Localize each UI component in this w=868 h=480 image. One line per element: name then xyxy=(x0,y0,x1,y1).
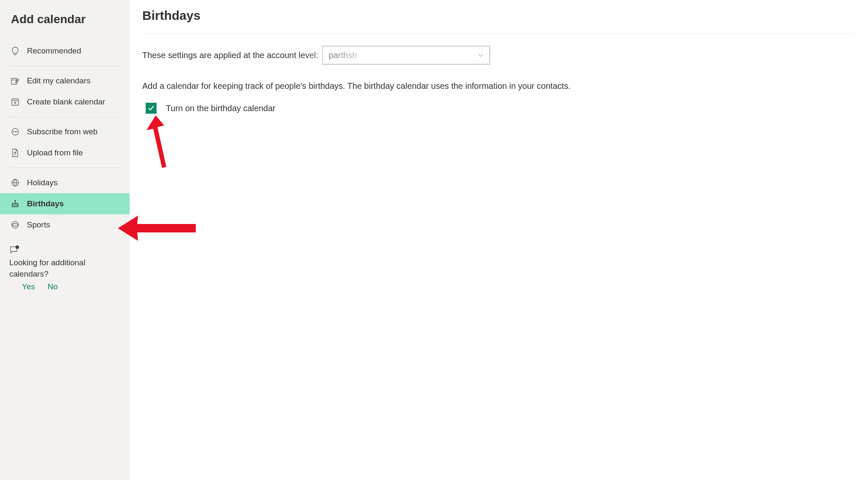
sidebar-item-label: Subscribe from web xyxy=(27,127,98,136)
sidebar-group: Edit my calendars Create blank calendar xyxy=(9,66,120,117)
feedback-text: Looking for additional calendars? xyxy=(9,257,120,280)
description-text: Add a calendar for keeping track of peop… xyxy=(142,81,855,91)
account-setting-row: These settings are applied at the accoun… xyxy=(142,46,855,64)
sidebar-item-subscribe-web[interactable]: Subscribe from web xyxy=(0,121,130,142)
sidebar-item-label: Recommended xyxy=(27,46,81,56)
svg-point-8 xyxy=(13,131,14,132)
sidebar-item-edit-calendars[interactable]: Edit my calendars xyxy=(0,70,130,91)
sidebar-group: Holidays Birthdays Sports xyxy=(9,168,120,240)
sidebar-item-label: Birthdays xyxy=(27,199,64,208)
account-value: parthsh xyxy=(329,51,357,60)
feedback-yes-button[interactable]: Yes xyxy=(22,282,35,291)
sidebar-item-create-blank[interactable]: Create blank calendar xyxy=(0,91,130,112)
sidebar-item-holidays[interactable]: Holidays xyxy=(0,172,130,193)
sidebar-item-label: Edit my calendars xyxy=(27,76,91,85)
birthday-checkbox[interactable] xyxy=(146,103,157,114)
main-pane: Birthdays These settings are applied at … xyxy=(130,0,868,480)
sidebar-item-recommended[interactable]: Recommended xyxy=(0,40,130,61)
sidebar-item-label: Holidays xyxy=(27,178,58,187)
lightbulb-icon xyxy=(11,47,19,55)
add-calendar-icon xyxy=(11,98,19,106)
edit-calendar-icon xyxy=(11,77,19,85)
sidebar: Add calendar Recommended Edit my calenda… xyxy=(0,0,130,480)
sidebar-item-label: Upload from file xyxy=(27,148,83,157)
ellipsis-circle-icon xyxy=(11,128,19,136)
sidebar-group: Subscribe from web Upload from file xyxy=(9,117,120,168)
account-label: These settings are applied at the accoun… xyxy=(142,51,318,60)
birthday-toggle-row: Turn on the birthday calendar xyxy=(142,103,855,114)
sidebar-group: Recommended xyxy=(9,36,120,66)
sidebar-item-label: Sports xyxy=(27,220,50,229)
sidebar-item-birthdays[interactable]: Birthdays xyxy=(0,193,130,214)
sidebar-item-upload-file[interactable]: Upload from file xyxy=(0,142,130,163)
chevron-down-icon xyxy=(478,53,484,57)
feedback-section: ! Looking for additional calendars? Yes … xyxy=(0,242,130,301)
svg-point-9 xyxy=(15,131,16,132)
page-title: Birthdays xyxy=(142,8,855,34)
feedback-icon: ! xyxy=(9,245,120,255)
svg-text:!: ! xyxy=(17,246,18,249)
feedback-buttons: Yes No xyxy=(9,282,120,291)
svg-point-18 xyxy=(12,221,19,228)
account-dropdown[interactable]: parthsh xyxy=(322,46,490,64)
sidebar-title: Add calendar xyxy=(0,8,130,36)
sidebar-item-sports[interactable]: Sports xyxy=(0,214,130,235)
svg-point-10 xyxy=(16,131,17,132)
cake-icon xyxy=(11,200,19,208)
sidebar-item-label: Create blank calendar xyxy=(27,97,105,107)
file-upload-icon xyxy=(11,149,19,157)
birthday-checkbox-label: Turn on the birthday calendar xyxy=(166,104,276,113)
feedback-no-button[interactable]: No xyxy=(48,282,58,291)
sports-icon xyxy=(11,221,19,229)
globe-icon xyxy=(11,179,19,187)
svg-point-17 xyxy=(15,200,16,201)
